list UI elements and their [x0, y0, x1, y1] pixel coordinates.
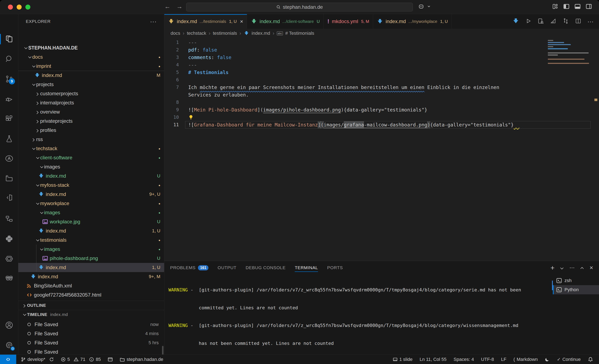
tree-item-overview[interactable]: overview: [18, 107, 164, 116]
tree-item-images[interactable]: images●: [18, 208, 164, 217]
hexagon-icon[interactable]: [3, 253, 15, 265]
tree-item-myfoss-stack[interactable]: myfoss-stack●: [18, 181, 164, 190]
search-icon[interactable]: [3, 53, 15, 65]
tab-debug-console[interactable]: DEBUG CONSOLE: [246, 261, 286, 274]
tab-index-md-testimonials[interactable]: index.md.../testimonials1, U ×: [164, 14, 247, 29]
tree-item-client-software[interactable]: client-software●: [18, 153, 164, 162]
code-editor[interactable]: 1--- 2pdf: false 3comments: false 4--- 5…: [164, 38, 599, 261]
tree-item-projects[interactable]: projects: [18, 80, 164, 89]
tab-index-md-client-software[interactable]: index.md.../client-softwareU: [247, 14, 324, 29]
tree-item-root[interactable]: STEPHAN.HADAN.DE: [18, 43, 164, 53]
split-editor-icon[interactable]: [575, 18, 581, 25]
tree-item-pihole-dashboard-png[interactable]: pihole-dashboard.pngU: [18, 254, 164, 263]
tree-item-index-md[interactable]: index.md9+, U: [18, 190, 164, 199]
eol-status[interactable]: LF: [501, 357, 506, 362]
tree-item-imprint[interactable]: imprint●: [18, 62, 164, 71]
tree-item-testimonials[interactable]: testimonials●: [18, 235, 164, 245]
tree-item-privateprojects[interactable]: privateprojects: [18, 116, 164, 126]
more-actions-icon[interactable]: ⋯: [569, 265, 575, 271]
tree-item-workplace-jpg[interactable]: workplace.jpgU: [18, 217, 164, 226]
encoding-status[interactable]: UTF-8: [481, 357, 494, 362]
workspace-status[interactable]: stephan.hadan.de: [120, 357, 163, 362]
timeline-item[interactable]: File Saved5 hrs: [18, 338, 164, 347]
code-line[interactable]: 8: [164, 98, 599, 106]
live-preview-icon[interactable]: [3, 192, 15, 204]
code-line[interactable]: 6: [164, 76, 599, 84]
tree-item-techstack[interactable]: techstack●: [18, 144, 164, 153]
more-actions-icon[interactable]: ···: [150, 18, 157, 25]
timeline-item[interactable]: File Saved4 mins: [18, 329, 164, 338]
code-line-current[interactable]: 11![Grafana-Dashboard für meine Mailcow-…: [164, 121, 599, 129]
indentation-status[interactable]: Spaces: 4: [454, 357, 474, 362]
graph-icon[interactable]: [550, 18, 556, 25]
tab-problems[interactable]: PROBLEMS161: [170, 261, 208, 274]
tab-ports[interactable]: PORTS: [327, 261, 343, 274]
do-not-disturb-status[interactable]: [545, 357, 550, 362]
maximize-panel-icon[interactable]: [581, 267, 584, 270]
minimize-window-button[interactable]: [17, 5, 22, 9]
compare-changes-icon[interactable]: [562, 18, 569, 25]
tree-item-index-md[interactable]: index.md1, U: [18, 226, 164, 235]
breadcrumb-item[interactable]: # Testimonials: [285, 31, 314, 36]
tab-terminal[interactable]: TERMINAL: [295, 261, 318, 274]
tree-item-rss[interactable]: rss: [18, 135, 164, 144]
tree-item-google-html[interactable]: googlef727264f56832057.html: [18, 290, 164, 300]
explorer-icon[interactable]: [3, 33, 15, 45]
sidebar-scrollbar[interactable]: [162, 346, 163, 355]
run-debug-icon[interactable]: [3, 93, 15, 105]
code-line[interactable]: 5# Testimonials: [164, 69, 599, 76]
robots-icon[interactable]: [3, 272, 15, 284]
terminal-tab-python[interactable]: Python: [553, 285, 599, 294]
tree-item-docs[interactable]: docs●: [18, 53, 164, 62]
code-line[interactable]: 3comments: false: [164, 54, 599, 61]
toggle-secondary-sidebar-icon[interactable]: [586, 3, 592, 9]
command-center[interactable]: stephan.hadan.de: [186, 3, 413, 11]
window-status-icon[interactable]: [107, 357, 113, 362]
source-control-icon[interactable]: 9: [3, 73, 15, 85]
diagram-icon[interactable]: [3, 213, 15, 225]
breadcrumb-item[interactable]: testimonials: [213, 31, 237, 36]
more-actions-icon[interactable]: ···: [587, 18, 594, 25]
breadcrumb-item[interactable]: docs: [171, 31, 180, 36]
tree-item-index-md[interactable]: index.md9+, M: [18, 272, 164, 281]
close-panel-icon[interactable]: ×: [590, 264, 593, 271]
open-preview-icon[interactable]: [537, 18, 544, 25]
tree-item-index-md[interactable]: index.mdM: [18, 71, 164, 80]
code-line[interactable]: 1---: [164, 39, 599, 46]
breadcrumb-item[interactable]: index.md: [252, 31, 270, 36]
breadcrumb-item[interactable]: techstack: [187, 31, 206, 36]
code-line[interactable]: 10: [164, 114, 599, 121]
marp-slides-status[interactable]: 1 slide: [393, 357, 413, 362]
toggle-panel-icon[interactable]: [574, 3, 581, 9]
code-line[interactable]: 7Ich möchte gerne ein paar Screenshots m…: [164, 84, 599, 91]
terminal-output[interactable]: WARNING - [git-authors-plugin] /var/fold…: [164, 274, 553, 355]
timeline-section-header[interactable]: TIMELINEindex.md: [18, 310, 164, 319]
git-branch-status[interactable]: develop*: [21, 357, 54, 362]
continue-status[interactable]: ✓Continue: [557, 357, 581, 362]
language-mode-status[interactable]: (Markdown: [513, 357, 538, 362]
forward-icon[interactable]: →: [176, 3, 183, 10]
new-terminal-icon[interactable]: +: [551, 264, 555, 272]
tree-item-profiles[interactable]: profiles: [18, 126, 164, 135]
accounts-icon[interactable]: [3, 319, 15, 331]
tree-item-index-md-selected[interactable]: index.md1, U: [18, 263, 164, 272]
copilot-button[interactable]: [418, 3, 431, 9]
python-icon[interactable]: [3, 233, 15, 245]
settings-gear-icon[interactable]: [3, 339, 15, 351]
timeline-item[interactable]: File Savednow: [18, 320, 164, 329]
tab-mkdocs-yml[interactable]: ! mkdocs.yml5, M: [324, 14, 373, 29]
tree-item-images[interactable]: images●: [18, 245, 164, 254]
timeline-item[interactable]: File Saved: [18, 347, 164, 355]
tree-item-bingsiteauth-xml[interactable]: BingSiteAuth.xml: [18, 281, 164, 290]
tree-item-index-md[interactable]: index.mdU: [18, 171, 164, 181]
tree-item-myworkplace[interactable]: myworkplace●: [18, 199, 164, 208]
markdown-preview-icon[interactable]: [512, 18, 519, 25]
notifications-bell[interactable]: [588, 357, 593, 362]
run-icon[interactable]: [525, 18, 532, 25]
code-line[interactable]: 9![Mein Pi-hole-Dashboard](images/pihole…: [164, 106, 599, 114]
code-line[interactable]: 2pdf: false: [164, 46, 599, 54]
tree-item-customerprojects[interactable]: customerprojects: [18, 89, 164, 98]
terminal-dropdown-icon[interactable]: [560, 266, 564, 269]
terminal-tab-zsh[interactable]: zsh: [553, 276, 599, 285]
lightbulb-icon[interactable]: [188, 115, 194, 120]
